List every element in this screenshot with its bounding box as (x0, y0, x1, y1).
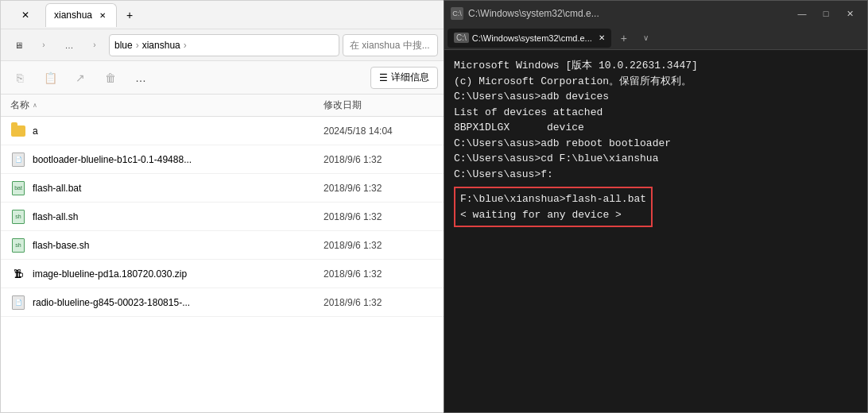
file-name: bootloader-blueline-b1c1-0.1-49488... (33, 154, 324, 165)
sort-icon: ∧ (33, 102, 37, 109)
file-row[interactable]: sh flash-all.sh 2018/9/6 1:32 (1, 203, 444, 231)
cmd-minimize-button[interactable]: — (791, 5, 813, 22)
cmd-window: C:\ C:\Windows\system32\cmd.e... — □ ✕ C… (444, 0, 868, 413)
cmd-tab-label: C:\Windows\system32\cmd.e... (472, 33, 592, 43)
generic-file-icon: 📄 (10, 295, 26, 311)
sh-file-icon: sh (10, 237, 26, 253)
file-name: image-blueline-pd1a.180720.030.zip (33, 268, 324, 280)
cmd-line: List of devices attached (454, 105, 858, 121)
share-button[interactable]: ↗ (68, 65, 93, 91)
cmd-highlight-box: F:\blue\xianshua>flash-all.bat< waiting … (454, 187, 653, 227)
folder-icon (10, 123, 26, 139)
cmd-highlighted-line: < waiting for any device > (460, 207, 646, 223)
cmd-line: C:\Users\asus>cd F:\blue\xianshua (454, 151, 858, 167)
cmd-line: (c) Microsoft Corporation。保留所有权利。 (454, 74, 858, 90)
breadcrumb-end-sep: › (184, 40, 187, 51)
more-button[interactable]: … (58, 34, 80, 56)
file-list: 名称 ∧ 修改日期 a 2024/5/18 14:04 📄 bootloader… (1, 95, 444, 412)
breadcrumb[interactable]: blue › xianshua › (109, 34, 339, 56)
breadcrumb-sep-1: › (33, 34, 55, 56)
file-date: 2018/9/6 1:32 (324, 268, 435, 280)
more-tools-button[interactable]: … (128, 65, 153, 91)
breadcrumb-separator: › (136, 40, 139, 51)
file-name: a (33, 125, 324, 137)
explorer-toolbar: ⎘ 📋 ↗ 🗑 … ☰ 详细信息 (1, 61, 444, 95)
cmd-lines-container: Microsoft Windows [版本 10.0.22631.3447](c… (454, 58, 858, 182)
file-date: 2018/9/6 1:32 (324, 211, 435, 222)
breadcrumb-sep-2: › (83, 34, 106, 56)
cmd-highlighted-output: F:\blue\xianshua>flash-all.bat< waiting … (460, 191, 646, 222)
cmd-window-buttons: — □ ✕ (791, 5, 861, 22)
cmd-new-tab-button[interactable]: + (614, 29, 634, 48)
column-headers: 名称 ∧ 修改日期 (1, 95, 444, 117)
delete-button[interactable]: 🗑 (98, 65, 123, 91)
details-button[interactable]: ☰ 详细信息 (370, 67, 438, 89)
cmd-line: C:\Users\asus>f: (454, 167, 858, 183)
explorer-address-bar: 🖥 › … › blue › xianshua › (1, 29, 444, 61)
zip-file-icon: 🗜 (10, 266, 26, 282)
file-name: flash-all.bat (33, 183, 324, 194)
explorer-title-bar: ✕ xianshua ✕ + (1, 1, 444, 29)
explorer-tab-label: xianshua (54, 10, 92, 21)
file-row[interactable]: sh flash-base.sh 2018/9/6 1:32 (1, 231, 444, 260)
sh-file-icon: sh (10, 209, 26, 225)
explorer-close-button[interactable]: ✕ (7, 3, 44, 27)
file-row[interactable]: bat flash-all.bat 2018/9/6 1:32 (1, 174, 444, 203)
copy-button[interactable]: ⎘ (7, 65, 33, 91)
paste-button[interactable]: 📋 (37, 65, 63, 91)
breadcrumb-xianshua: xianshua (142, 40, 180, 51)
cmd-tab-close[interactable]: ✕ (599, 33, 605, 42)
cmd-tab-bar: C:\ C:\Windows\system32\cmd.e... ✕ + ∨ (444, 26, 867, 50)
monitor-icon: 🖥 (7, 34, 29, 56)
explorer-tab-close[interactable]: ✕ (97, 10, 108, 21)
file-date: 2018/9/6 1:32 (324, 183, 435, 194)
file-name: radio-blueline-g845-00023-180815-... (33, 297, 324, 308)
explorer-window: ✕ xianshua ✕ + 🖥 › … › blue › xianshua ›… (0, 0, 445, 413)
cmd-app-icon: C:\ (451, 7, 463, 20)
file-date: 2024/5/18 14:04 (324, 125, 435, 137)
col-date-label: 修改日期 (324, 99, 362, 110)
file-row[interactable]: 📄 radio-blueline-g845-00023-180815-... 2… (1, 288, 444, 317)
explorer-new-tab-button[interactable]: + (118, 4, 141, 26)
cmd-tab-active[interactable]: C:\ C:\Windows\system32\cmd.e... ✕ (448, 29, 611, 48)
cmd-dropdown-button[interactable]: ∨ (637, 29, 656, 48)
cmd-title-bar: C:\ C:\Windows\system32\cmd.e... — □ ✕ (444, 1, 867, 26)
file-rows-container: a 2024/5/18 14:04 📄 bootloader-blueline-… (1, 117, 444, 317)
search-input[interactable] (343, 34, 438, 56)
file-row[interactable]: a 2024/5/18 14:04 (1, 117, 444, 145)
cmd-line: Microsoft Windows [版本 10.0.22631.3447] (454, 58, 858, 74)
cmd-close-button[interactable]: ✕ (839, 5, 861, 22)
file-name: flash-all.sh (33, 211, 324, 222)
bat-file-icon: bat (10, 180, 26, 196)
cmd-highlighted-line: F:\blue\xianshua>flash-all.bat (460, 191, 646, 207)
col-name-header[interactable]: 名称 ∧ (10, 98, 324, 112)
cmd-line: C:\Users\asus>adb reboot bootloader (454, 136, 858, 152)
details-label: 详细信息 (391, 71, 429, 84)
explorer-main: 名称 ∧ 修改日期 a 2024/5/18 14:04 📄 bootloader… (1, 95, 444, 412)
generic-file-icon: 📄 (10, 152, 26, 168)
col-name-label: 名称 (10, 98, 29, 112)
file-row[interactable]: 📄 bootloader-blueline-b1c1-0.1-49488... … (1, 145, 444, 174)
file-row[interactable]: 🗜 image-blueline-pd1a.180720.030.zip 201… (1, 260, 444, 288)
cmd-maximize-button[interactable]: □ (815, 5, 837, 22)
cmd-line: C:\Users\asus>adb devices (454, 89, 858, 105)
cmd-title-text: C:\Windows\system32\cmd.e... (468, 8, 786, 19)
explorer-tab[interactable]: xianshua ✕ (45, 3, 117, 27)
file-date: 2018/9/6 1:32 (324, 297, 435, 308)
cmd-output: Microsoft Windows [版本 10.0.22631.3447](c… (444, 50, 867, 412)
col-date-header[interactable]: 修改日期 (324, 98, 435, 112)
breadcrumb-blue: blue (114, 40, 133, 51)
details-icon: ☰ (379, 72, 388, 83)
cmd-line: 8BPX1DLGX device (454, 120, 858, 136)
explorer-tab-bar: ✕ xianshua ✕ + (7, 3, 438, 27)
cmd-icon-small: C:\ (454, 33, 469, 43)
file-date: 2018/9/6 1:32 (324, 154, 435, 165)
file-date: 2018/9/6 1:32 (324, 240, 435, 251)
file-name: flash-base.sh (33, 240, 324, 251)
